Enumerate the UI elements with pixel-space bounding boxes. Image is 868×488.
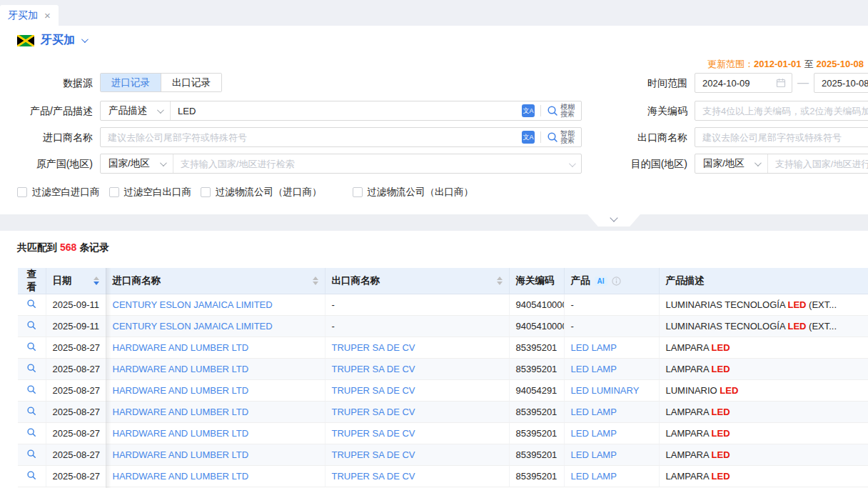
view-record-button[interactable] <box>26 450 36 461</box>
exporter-link[interactable]: TRUPER SA DE CV <box>332 449 415 460</box>
importer-input[interactable] <box>101 132 522 143</box>
time-range-label: 时间范围 <box>603 73 687 93</box>
date-end-field[interactable] <box>814 73 868 93</box>
product-link[interactable]: LED LAMP <box>571 364 617 374</box>
magnifier-icon <box>26 449 36 459</box>
row-hs-code: 94054291 <box>509 380 564 402</box>
origin-country-input[interactable] <box>173 159 569 169</box>
tab-jamaica[interactable]: 牙买加 × <box>0 5 59 26</box>
product-link[interactable]: LED LUMINARY <box>571 385 640 396</box>
tab-import-records[interactable]: 进口记录 <box>101 74 161 91</box>
row-date: 2025-08-27 <box>46 466 106 487</box>
checkbox-filter-blank-importer[interactable]: 过滤空白进口商 <box>17 186 100 199</box>
exporter-link[interactable]: TRUPER SA DE CV <box>332 471 415 482</box>
product-input[interactable] <box>171 106 522 116</box>
exporter-link[interactable]: TRUPER SA DE CV <box>332 364 415 374</box>
collapse-filters-handle[interactable] <box>587 214 640 226</box>
table-header-row: 查看 日期 进口商名称 <box>18 268 868 294</box>
col-exporter[interactable]: 出口商名称 <box>325 268 509 294</box>
exporter-link[interactable]: TRUPER SA DE CV <box>332 407 415 417</box>
translate-icon[interactable]: 文A <box>522 104 535 117</box>
info-icon[interactable] <box>612 277 621 286</box>
row-description: LUMINARIAS TECNOLOGÍA LED (EXT... <box>659 316 868 337</box>
date-end-input[interactable] <box>814 78 868 89</box>
importer-link[interactable]: HARDWARE AND LUMBER LTD <box>113 449 249 460</box>
importer-link[interactable]: HARDWARE AND LUMBER LTD <box>113 407 249 417</box>
hs-code-input[interactable] <box>695 101 868 121</box>
view-record-button[interactable] <box>26 386 36 397</box>
checkbox-icon[interactable] <box>109 187 119 197</box>
chevron-down-icon <box>160 159 167 166</box>
importer-link[interactable]: HARDWARE AND LUMBER LTD <box>113 471 249 482</box>
importer-link[interactable]: CENTURY ESLON JAMAICA LIMITED <box>113 299 273 310</box>
tab-title: 牙买加 <box>8 9 38 22</box>
chevron-down-icon <box>157 106 164 114</box>
col-date[interactable]: 日期 <box>46 268 106 294</box>
row-hs-code: 85395201 <box>509 444 564 466</box>
checkbox-filter-logistics-exporter[interactable]: 过滤物流公司（出口商） <box>353 186 474 199</box>
importer-link[interactable]: HARDWARE AND LUMBER LTD <box>113 428 249 439</box>
exporter-input[interactable] <box>695 127 868 147</box>
dest-country-field: 国家/地区 <box>695 154 868 174</box>
row-hs-code: 85395201 <box>509 466 564 487</box>
calendar-icon <box>776 78 786 88</box>
product-link[interactable]: LED LAMP <box>571 407 617 417</box>
sort-icon[interactable] <box>497 277 503 285</box>
exporter-text: - <box>332 321 335 332</box>
checkbox-icon[interactable] <box>17 187 27 197</box>
checkbox-label: 过滤物流公司（进口商） <box>216 186 322 199</box>
country-name: 牙买加 <box>41 33 75 48</box>
view-record-button[interactable] <box>26 364 36 375</box>
translate-icon[interactable]: 文A <box>522 131 535 144</box>
product-link[interactable]: LED LAMP <box>571 428 617 439</box>
view-record-button[interactable] <box>26 472 36 482</box>
checkbox-filter-logistics-importer[interactable]: 过滤物流公司（进口商） <box>201 186 322 199</box>
smart-search-button[interactable]: 智能搜索 <box>547 130 575 144</box>
origin-country-select[interactable]: 国家/地区 <box>101 154 173 173</box>
date-start-field[interactable] <box>695 73 792 93</box>
col-importer[interactable]: 进口商名称 <box>106 268 325 294</box>
fuzzy-search-button[interactable]: 模糊搜索 <box>547 104 575 118</box>
separator-band <box>0 214 868 231</box>
row-date: 2025-08-27 <box>46 380 106 402</box>
checkbox-filter-blank-exporter[interactable]: 过滤空白出口商 <box>109 186 192 199</box>
checkbox-icon[interactable] <box>353 187 363 197</box>
view-record-button[interactable] <box>26 407 36 418</box>
row-hs-code: 85395201 <box>509 423 564 444</box>
close-icon[interactable]: × <box>44 10 51 21</box>
importer-link[interactable]: HARDWARE AND LUMBER LTD <box>113 342 249 353</box>
exporter-link[interactable]: TRUPER SA DE CV <box>332 385 415 396</box>
importer-link[interactable]: CENTURY ESLON JAMAICA LIMITED <box>113 321 273 332</box>
exporter-link[interactable]: TRUPER SA DE CV <box>332 428 415 439</box>
view-record-button[interactable] <box>26 343 36 354</box>
dest-country-select[interactable]: 国家/地区 <box>695 154 768 173</box>
country-selector[interactable]: 牙买加 <box>17 33 86 48</box>
sort-icon[interactable] <box>313 277 318 285</box>
update-range-from: 2012-01-01 <box>754 59 802 69</box>
product-type-select[interactable]: 产品描述 <box>101 101 171 120</box>
product-link[interactable]: LED LAMP <box>571 342 617 353</box>
magnifier-icon <box>26 342 36 352</box>
view-record-button[interactable] <box>26 429 36 439</box>
search-icon <box>547 105 558 116</box>
importer-field: 文A 智能搜索 <box>100 127 582 147</box>
importer-link[interactable]: HARDWARE AND LUMBER LTD <box>113 364 249 374</box>
magnifier-icon <box>26 406 36 416</box>
col-product-label: 产品 <box>571 274 590 287</box>
product-type-value: 产品描述 <box>108 104 147 117</box>
dest-country-input[interactable] <box>768 159 868 169</box>
row-hs-code: 85395201 <box>509 402 564 423</box>
view-record-button[interactable] <box>26 322 36 332</box>
product-link[interactable]: LED LAMP <box>571 471 617 482</box>
view-record-button[interactable] <box>26 300 36 311</box>
product-link[interactable]: LED LAMP <box>571 449 617 460</box>
date-start-input[interactable] <box>695 78 776 89</box>
row-date: 2025-08-27 <box>46 402 106 423</box>
col-date-label: 日期 <box>53 274 72 287</box>
exporter-link[interactable]: TRUPER SA DE CV <box>332 342 415 353</box>
importer-link[interactable]: HARDWARE AND LUMBER LTD <box>113 385 249 396</box>
tab-export-records[interactable]: 出口记录 <box>161 74 221 91</box>
row-date: 2025-09-11 <box>46 316 106 337</box>
sort-icon[interactable] <box>94 277 99 285</box>
checkbox-icon[interactable] <box>201 187 211 197</box>
